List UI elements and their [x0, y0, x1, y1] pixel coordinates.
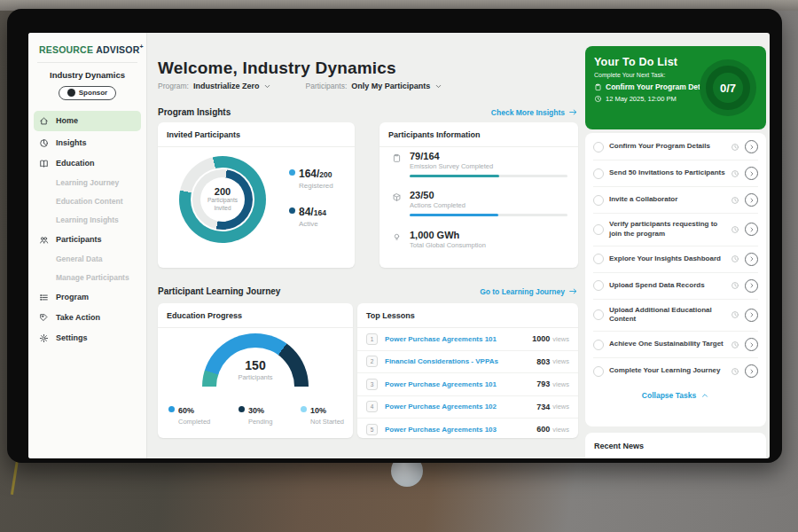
chevron-right-icon: [748, 311, 755, 318]
lesson-title-link[interactable]: Power Purchase Agreements 101: [385, 335, 532, 343]
clipboard-icon: [594, 83, 602, 91]
lesson-title-link[interactable]: Power Purchase Agreements 103: [385, 426, 536, 434]
task-row-verify-participants[interactable]: Verify participants requesting to join t…: [593, 214, 758, 246]
top-lessons-card: Top Lessons 1 Power Purchase Agreements …: [357, 303, 578, 438]
program-filter[interactable]: Program: Industrialize Zero: [158, 82, 271, 90]
lesson-title-link[interactable]: Power Purchase Agreements 101: [385, 380, 536, 388]
task-open-button[interactable]: [745, 140, 758, 153]
sidebar-item-program[interactable]: Program: [28, 287, 146, 308]
clock-icon: [731, 310, 739, 319]
task-row-confirm-program[interactable]: Confirm Your Program Details: [593, 134, 758, 160]
task-checkbox[interactable]: [593, 195, 604, 206]
task-open-button[interactable]: [745, 253, 758, 266]
chevron-down-icon: [434, 82, 442, 90]
sidebar-program-name: Industry Dynamics: [28, 70, 146, 80]
emission-survey-row: 79/164 Emission Survey Completed: [390, 151, 567, 177]
legend-dot: [239, 406, 245, 412]
task-checkbox[interactable]: [593, 168, 604, 179]
sidebar: RESOURCE ADVISOR+ Industry Dynamics Spon…: [28, 33, 147, 458]
chevron-down-icon: [263, 82, 271, 90]
task-checkbox[interactable]: [593, 224, 604, 235]
chevron-right-icon: [748, 255, 755, 262]
task-open-button[interactable]: [745, 223, 758, 236]
lesson-title-link[interactable]: Financial Considerations - VPPAs: [385, 357, 536, 365]
filters-row: Program: Industrialize Zero Participants…: [158, 82, 442, 90]
task-checkbox[interactable]: [593, 309, 604, 320]
donut-legend: 164/200 Registered 84/164 Active: [289, 165, 333, 241]
task-row-complete-learning-journey[interactable]: Complete Your Learning Journey: [593, 358, 758, 384]
sidebar-item-settings[interactable]: Settings: [28, 328, 146, 348]
people-icon: [39, 235, 49, 245]
gauge-legend: 60% Completed 30% Pending 10% Not Starte…: [168, 401, 344, 426]
legend-dot: [168, 406, 175, 412]
progress-bar: [410, 214, 567, 216]
participants-filter[interactable]: Participants: Only My Participants: [305, 82, 442, 90]
sponsor-icon: [67, 89, 75, 97]
task-checkbox[interactable]: [593, 340, 604, 350]
task-row-upload-spend-data[interactable]: Upload Spend Data Records: [593, 273, 758, 300]
clock-icon: [731, 169, 739, 178]
sidebar-item-manage-participants[interactable]: Manage Participants: [28, 269, 146, 287]
chevron-right-icon: [748, 341, 755, 348]
sidebar-item-education[interactable]: Education: [28, 153, 146, 174]
task-open-button[interactable]: [745, 364, 758, 378]
progress-bar: [410, 175, 567, 177]
card-title: Invited Participants: [158, 122, 355, 147]
task-open-button[interactable]: [745, 338, 758, 351]
sidebar-item-learning-insights[interactable]: Learning Insights: [28, 211, 146, 230]
actions-completed-row: 23/50 Actions Completed: [390, 190, 567, 216]
task-row-achieve-target[interactable]: Achieve One Sustainability Target: [593, 332, 758, 358]
consumption-row: 1,000 GWh Total Global Consumption: [390, 230, 567, 254]
gear-icon: [39, 333, 49, 343]
invited-donut-chart: 200 Participants Invited: [179, 156, 266, 243]
task-open-button[interactable]: [745, 193, 758, 207]
task-open-button[interactable]: [745, 167, 758, 180]
sidebar-item-insights[interactable]: Insights: [28, 133, 146, 153]
sidebar-item-education-content[interactable]: Education Content: [28, 192, 146, 211]
clock-icon: [731, 196, 739, 205]
task-checkbox[interactable]: [593, 254, 604, 264]
lesson-rank: 3: [366, 379, 378, 390]
clock-icon: [731, 143, 739, 152]
lesson-row: 1 Power Purchase Agreements 101 1000view…: [357, 328, 578, 351]
lesson-rank: 2: [366, 356, 378, 367]
home-icon: [39, 116, 49, 126]
divider: [37, 62, 137, 63]
todo-counter: 0/7: [720, 82, 736, 95]
collapse-tasks-link[interactable]: Collapse Tasks: [593, 384, 758, 405]
tag-icon: [39, 313, 49, 323]
arrow-right-icon: [568, 286, 578, 296]
task-checkbox[interactable]: [593, 142, 604, 153]
task-row-invite-collaborator[interactable]: Invite a Collaborator: [593, 187, 758, 214]
gauge-center: 150 Participants: [158, 358, 353, 381]
chevron-right-icon: [748, 144, 755, 151]
task-checkbox[interactable]: [593, 280, 604, 291]
task-row-explore-insights[interactable]: Explore Your Insights Dashboard: [593, 246, 758, 273]
sidebar-item-take-action[interactable]: Take Action: [28, 308, 146, 328]
sidebar-item-home[interactable]: Home: [34, 111, 141, 131]
task-open-button[interactable]: [745, 309, 758, 322]
arrow-right-icon: [568, 107, 578, 117]
insights-icon: [39, 138, 49, 148]
sidebar-item-participants[interactable]: Participants: [28, 230, 146, 250]
program-insights-title: Program Insights: [158, 107, 231, 117]
clock-icon: [731, 254, 739, 263]
task-checkbox[interactable]: [593, 366, 604, 377]
check-more-insights-link[interactable]: Check More Insights: [491, 107, 578, 117]
task-row-send-invitations[interactable]: Send 50 Invitations to Participants: [593, 160, 758, 187]
plant-stem: [11, 459, 19, 495]
survey-icon: [392, 153, 402, 163]
dashboard-screen: RESOURCE ADVISOR+ Industry Dynamics Spon…: [28, 33, 770, 458]
lesson-row: 4 Power Purchase Agreements 102 734views: [357, 396, 578, 419]
chevron-right-icon: [748, 368, 755, 375]
legend-dot: [289, 207, 295, 214]
task-open-button[interactable]: [745, 279, 758, 293]
clock-icon: [731, 225, 739, 234]
lesson-title-link[interactable]: Power Purchase Agreements 102: [385, 403, 536, 411]
sidebar-item-general-data[interactable]: General Data: [28, 250, 146, 269]
sidebar-item-learning-journey[interactable]: Learning Journey: [28, 174, 146, 192]
task-row-upload-educational-content[interactable]: Upload Additional Educational Content: [593, 300, 758, 332]
book-icon: [39, 159, 49, 168]
lesson-row: 5 Power Purchase Agreements 103 600views: [357, 419, 578, 441]
go-to-learning-journey-link[interactable]: Go to Learning Journey: [480, 286, 578, 296]
